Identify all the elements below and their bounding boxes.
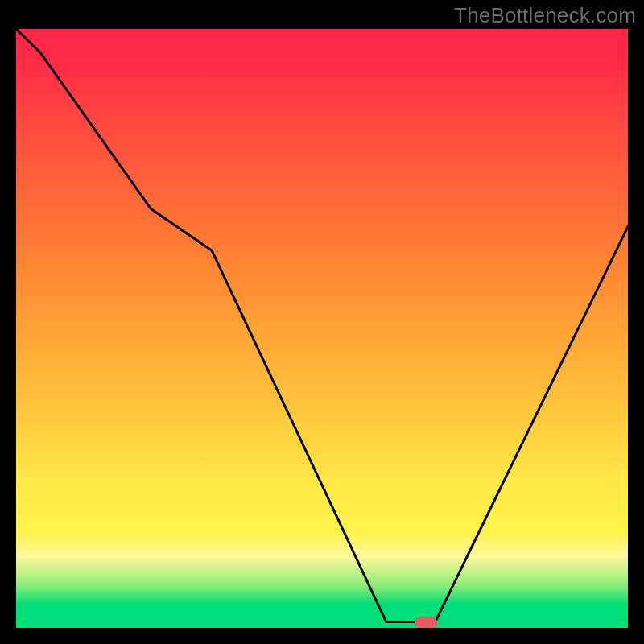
- plot-area: [16, 29, 628, 628]
- curve-path: [16, 29, 628, 622]
- optimum-marker: [415, 617, 437, 628]
- chart-container: TheBottleneck.com: [0, 0, 644, 644]
- bottleneck-curve: [16, 29, 628, 628]
- watermark-text: TheBottleneck.com: [454, 3, 636, 28]
